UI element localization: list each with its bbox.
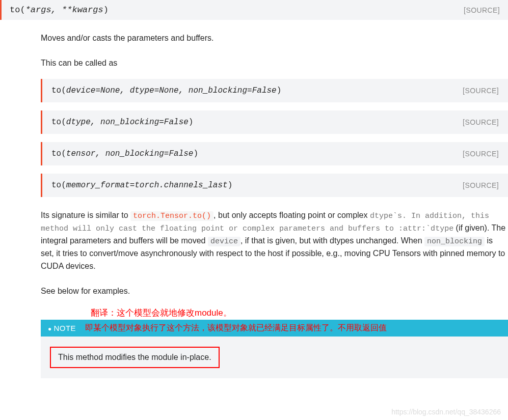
device-literal: device: [208, 237, 240, 246]
doc-body: Moves and/or casts the parameters and bu…: [0, 32, 508, 378]
intro-paragraph-2: This can be called as: [41, 57, 508, 70]
note-bullet-label: ● NOTE: [48, 324, 76, 332]
source-link[interactable]: [SOURCE]: [463, 181, 499, 189]
func-name: to: [10, 5, 20, 15]
overload-signature-2: to(dtype, non_blocking=False) [SOURCE]: [41, 110, 508, 134]
translation-annotation-line1: 翻译：这个模型会就地修改module。: [91, 307, 508, 319]
overload-signature-3: to(tensor, non_blocking=False) [SOURCE]: [41, 142, 508, 165]
translation-annotation-line2: 即某个模型对象执行了这个方法，该模型对象就已经满足目标属性了。不用取返回值: [85, 323, 387, 333]
note-body-wrap: This method modifies the module in-place…: [41, 337, 508, 378]
nonblocking-literal: non_blocking: [424, 237, 485, 246]
tensor-to-link[interactable]: torch.Tensor.to(): [130, 211, 213, 221]
note-header: ● NOTE 即某个模型对象执行了这个方法，该模型对象就已经满足目标属性了。不用…: [41, 320, 508, 337]
source-link[interactable]: [SOURCE]: [463, 118, 499, 126]
note-label: NOTE: [54, 324, 76, 332]
overload-text: to(device=None, dtype=None, non_blocking…: [51, 86, 281, 95]
overload-text: to(tensor, non_blocking=False): [51, 149, 198, 158]
note-body-highlight: This method modifies the module in-place…: [50, 347, 220, 368]
explanation-paragraph: Its signature is similar to torch.Tensor…: [41, 209, 508, 273]
watermark: https://blog.csdn.net/qq_38436266: [391, 408, 501, 416]
main-signature-block: to(*args, **kwargs) [SOURCE]: [0, 0, 508, 20]
main-signature: to(*args, **kwargs): [10, 5, 109, 15]
overload-text: to(dtype, non_blocking=False): [51, 118, 193, 127]
func-args: *args, **kwargs: [25, 5, 103, 15]
intro-paragraph-1: Moves and/or casts the parameters and bu…: [41, 32, 508, 45]
source-link[interactable]: [SOURCE]: [464, 6, 500, 14]
overload-signature-1: to(device=None, dtype=None, non_blocking…: [41, 79, 508, 102]
bullet-icon: ●: [48, 325, 51, 332]
overload-text: to(memory_format=torch.channels_last): [51, 181, 232, 190]
source-link[interactable]: [SOURCE]: [463, 150, 499, 158]
see-below-paragraph: See below for examples.: [41, 285, 508, 298]
source-link[interactable]: [SOURCE]: [463, 87, 499, 95]
overload-signature-4: to(memory_format=torch.channels_last) [S…: [41, 174, 508, 197]
